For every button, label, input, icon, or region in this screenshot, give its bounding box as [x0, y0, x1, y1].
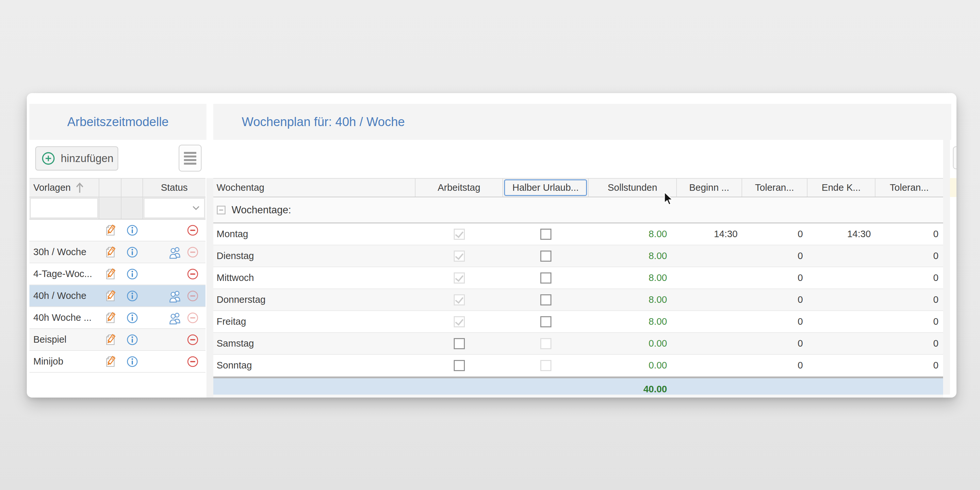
ende-value[interactable]: 14:30 [808, 223, 875, 245]
edit-document-icon[interactable] [103, 267, 117, 281]
weekdays-group-row[interactable]: Wochentage: [213, 197, 943, 223]
sollstunden-value[interactable]: 8.00 [589, 223, 677, 245]
minus-circle-icon[interactable] [186, 355, 200, 369]
beginn-value[interactable] [677, 311, 742, 332]
ende-value[interactable] [808, 289, 875, 310]
column-header-arbeitstag[interactable]: Arbeitstag [415, 179, 503, 197]
beginn-value[interactable] [677, 267, 742, 288]
checkbox-unchecked[interactable] [540, 229, 551, 240]
column-header-wochentag[interactable]: Wochentag [213, 179, 415, 197]
toleranz-value[interactable]: 0 [875, 355, 943, 376]
weekday-row[interactable]: Samstag0.0000 [213, 333, 943, 355]
minus-circle-icon[interactable] [186, 333, 200, 347]
vorlagen-filter-input[interactable] [30, 198, 98, 218]
template-row[interactable]: 4-Tage-Woc... [29, 263, 205, 285]
status-filter-dropdown[interactable] [144, 198, 205, 218]
info-circle-icon[interactable] [126, 267, 139, 281]
checkbox-unchecked[interactable] [540, 251, 551, 262]
column-header-toleranz-2[interactable]: Toleran... [875, 179, 943, 197]
beginn-value[interactable] [677, 245, 742, 267]
column-header-ende[interactable]: Ende K... [808, 179, 875, 197]
toleranz-value[interactable]: 0 [742, 289, 808, 310]
weekday-row[interactable]: Dienstag8.0000 [213, 245, 943, 267]
checkbox-unchecked[interactable] [454, 360, 465, 371]
toleranz-value[interactable]: 0 [875, 333, 943, 354]
ende-value[interactable] [808, 311, 875, 332]
edit-document-icon[interactable] [103, 223, 117, 237]
ende-value[interactable] [808, 333, 875, 354]
toleranz-value[interactable]: 0 [742, 223, 808, 245]
toleranz-value[interactable]: 0 [875, 267, 943, 288]
beginn-value[interactable]: 14:30 [677, 223, 742, 245]
weekday-row[interactable]: Sonntag0.0000 [213, 355, 943, 377]
sollstunden-value[interactable]: 8.00 [589, 289, 677, 310]
sollstunden-value[interactable]: 8.00 [589, 267, 677, 288]
edit-document-icon[interactable] [103, 289, 117, 303]
column-header-info[interactable] [121, 179, 143, 197]
beginn-value[interactable] [677, 333, 742, 354]
toleranz-value[interactable]: 0 [875, 289, 943, 310]
users-icon[interactable] [167, 311, 183, 325]
template-row[interactable]: 40h Woche ... [29, 307, 205, 329]
template-row[interactable]: 40h / Woche [29, 285, 205, 307]
beginn-value[interactable] [677, 289, 742, 310]
minus-circle-icon[interactable] [186, 245, 200, 259]
template-row[interactable]: Beispiel [29, 329, 205, 351]
toleranz-value[interactable]: 0 [742, 333, 808, 354]
edit-document-icon[interactable] [103, 311, 117, 325]
toleranz-value[interactable]: 0 [742, 245, 808, 267]
edit-document-icon[interactable] [103, 333, 117, 347]
vertical-scrollbar-track[interactable] [943, 140, 950, 395]
column-header-beginn[interactable]: Beginn ... [677, 179, 742, 197]
checkbox-unchecked[interactable] [454, 338, 465, 349]
template-row[interactable]: Minijob [29, 351, 205, 373]
right-toolbar-partial-button[interactable] [953, 146, 956, 169]
column-header-halber-urlaub[interactable]: Halber Urlaub... [503, 179, 589, 197]
column-header-vorlagen[interactable]: Vorlagen [29, 179, 99, 197]
beginn-value[interactable] [677, 355, 742, 376]
toleranz-value[interactable]: 0 [875, 311, 943, 332]
info-circle-icon[interactable] [126, 333, 139, 347]
ende-value[interactable] [808, 267, 875, 288]
toleranz-value[interactable]: 0 [742, 311, 808, 332]
weekday-row[interactable]: Montag8.0014:30014:300 [213, 223, 943, 245]
sollstunden-value[interactable]: 0.00 [589, 355, 677, 376]
checkbox-unchecked[interactable] [540, 272, 551, 283]
toleranz-value[interactable]: 0 [742, 267, 808, 288]
template-row[interactable] [29, 220, 205, 242]
toleranz-value[interactable]: 0 [742, 355, 808, 376]
minus-circle-icon[interactable] [186, 223, 200, 237]
sollstunden-value[interactable]: 0.00 [589, 333, 677, 354]
column-header-edit[interactable] [99, 179, 121, 197]
sollstunden-value[interactable]: 8.00 [589, 245, 677, 267]
template-row[interactable]: 30h / Woche [29, 242, 205, 263]
checkbox-unchecked[interactable] [540, 316, 551, 327]
users-icon[interactable] [167, 289, 183, 303]
users-icon[interactable] [167, 245, 183, 259]
info-circle-icon[interactable] [126, 223, 139, 237]
edit-document-icon[interactable] [103, 355, 117, 369]
checkbox-unchecked[interactable] [540, 294, 551, 305]
info-circle-icon[interactable] [126, 355, 139, 369]
list-menu-button[interactable] [179, 145, 202, 172]
info-circle-icon[interactable] [126, 311, 139, 325]
weekday-row[interactable]: Mittwoch8.0000 [213, 267, 943, 289]
weekday-row[interactable]: Freitag8.0000 [213, 311, 943, 333]
collapse-box-icon[interactable] [216, 205, 226, 215]
column-header-toleranz-1[interactable]: Toleran... [742, 179, 808, 197]
add-button[interactable]: hinzufügen [35, 146, 118, 170]
info-circle-icon[interactable] [126, 245, 139, 259]
minus-circle-icon[interactable] [186, 289, 200, 303]
toleranz-value[interactable]: 0 [875, 245, 943, 267]
edit-document-icon[interactable] [103, 245, 117, 259]
column-header-sollstunden[interactable]: Sollstunden [589, 179, 677, 197]
sollstunden-value[interactable]: 8.00 [589, 311, 677, 332]
minus-circle-icon[interactable] [186, 267, 200, 281]
minus-circle-icon[interactable] [186, 311, 200, 325]
ende-value[interactable] [808, 245, 875, 267]
weekday-row[interactable]: Donnerstag8.0000 [213, 289, 943, 311]
toleranz-value[interactable]: 0 [875, 223, 943, 245]
info-circle-icon[interactable] [126, 289, 139, 303]
ende-value[interactable] [808, 355, 875, 376]
column-header-status[interactable]: Status [143, 179, 205, 197]
